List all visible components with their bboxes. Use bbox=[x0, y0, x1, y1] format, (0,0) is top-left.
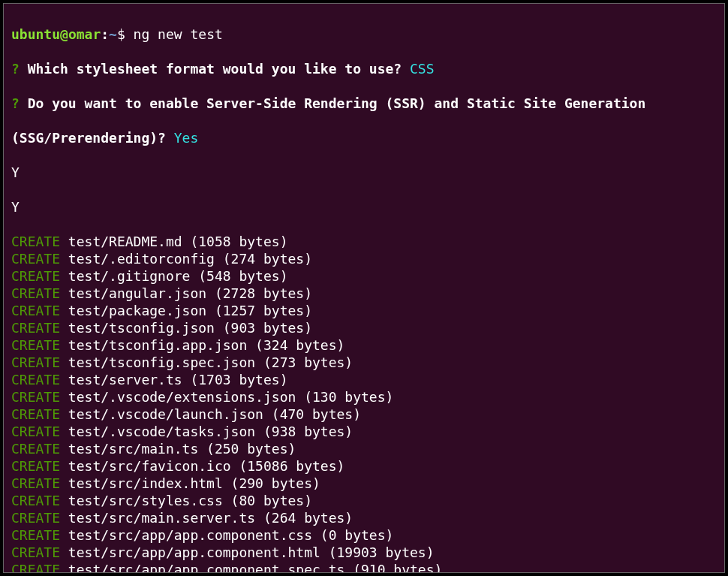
command-text: ng new test bbox=[134, 26, 223, 42]
file-path: test/.vscode/launch.json (470 bytes) bbox=[60, 406, 361, 422]
create-action: CREATE bbox=[11, 268, 60, 284]
create-action: CREATE bbox=[11, 372, 60, 388]
create-action: CREATE bbox=[11, 389, 60, 405]
file-path: test/tsconfig.app.json (324 bytes) bbox=[60, 337, 344, 353]
create-action: CREATE bbox=[11, 475, 60, 491]
create-action: CREATE bbox=[11, 303, 60, 318]
terminal-window[interactable]: ubuntu@omar:~$ ng new test ? Which style… bbox=[3, 3, 725, 573]
confirm-y2: Y bbox=[11, 198, 717, 216]
file-path: test/angular.json (2728 bytes) bbox=[60, 285, 312, 301]
prompt-colon: : bbox=[101, 26, 109, 42]
file-path: test/src/app/app.component.html (19903 b… bbox=[60, 544, 435, 560]
create-file-line: CREATE test/src/styles.css (80 bytes) bbox=[11, 492, 717, 509]
create-action: CREATE bbox=[11, 510, 60, 526]
file-path: test/src/styles.css (80 bytes) bbox=[60, 493, 312, 508]
create-file-line: CREATE test/angular.json (2728 bytes) bbox=[11, 285, 717, 302]
create-action: CREATE bbox=[11, 441, 60, 457]
file-path: test/src/app/app.component.spec.ts (910 … bbox=[60, 562, 442, 573]
question-mark-icon: ? bbox=[11, 61, 28, 77]
question-stylesheet: ? Which stylesheet format would you like… bbox=[11, 60, 717, 77]
file-list: CREATE test/README.md (1058 bytes)CREATE… bbox=[11, 233, 717, 573]
prompt-path: ~ bbox=[109, 26, 117, 42]
question-mark-icon: ? bbox=[11, 95, 28, 111]
create-file-line: CREATE test/.editorconfig (274 bytes) bbox=[11, 250, 717, 267]
create-action: CREATE bbox=[11, 251, 60, 267]
create-action: CREATE bbox=[11, 544, 60, 560]
prompt-host: omar bbox=[68, 26, 101, 42]
create-action: CREATE bbox=[11, 424, 60, 439]
file-path: test/tsconfig.json (903 bytes) bbox=[60, 320, 312, 336]
create-action: CREATE bbox=[11, 493, 60, 508]
file-path: test/tsconfig.spec.json (273 bytes) bbox=[60, 354, 353, 370]
question-ssr-line1: ? Do you want to enable Server-Side Rend… bbox=[11, 95, 717, 112]
file-path: test/src/main.server.ts (264 bytes) bbox=[60, 510, 353, 526]
create-file-line: CREATE test/src/main.server.ts (264 byte… bbox=[11, 509, 717, 526]
create-file-line: CREATE test/README.md (1058 bytes) bbox=[11, 233, 717, 250]
create-file-line: CREATE test/src/favicon.ico (15086 bytes… bbox=[11, 457, 717, 475]
create-action: CREATE bbox=[11, 458, 60, 474]
answer-css: CSS bbox=[410, 61, 435, 77]
create-file-line: CREATE test/src/main.ts (250 bytes) bbox=[11, 440, 717, 457]
create-file-line: CREATE test/tsconfig.json (903 bytes) bbox=[11, 319, 717, 336]
prompt-dollar: $ bbox=[117, 26, 134, 42]
create-file-line: CREATE test/src/app/app.component.css (0… bbox=[11, 526, 717, 544]
create-file-line: CREATE test/tsconfig.app.json (324 bytes… bbox=[11, 336, 717, 354]
file-path: test/.editorconfig (274 bytes) bbox=[60, 251, 312, 267]
answer-yes: Yes bbox=[174, 130, 199, 146]
create-action: CREATE bbox=[11, 354, 60, 370]
question-ssr-line2: (SSG/Prerendering)? Yes bbox=[11, 129, 717, 146]
create-action: CREATE bbox=[11, 527, 60, 543]
file-path: test/.vscode/extensions.json (130 bytes) bbox=[60, 389, 393, 405]
question-text: (SSG/Prerendering)? bbox=[11, 130, 174, 146]
create-file-line: CREATE test/tsconfig.spec.json (273 byte… bbox=[11, 354, 717, 371]
prompt-line: ubuntu@omar:~$ ng new test bbox=[11, 26, 717, 43]
create-action: CREATE bbox=[11, 337, 60, 353]
create-action: CREATE bbox=[11, 406, 60, 422]
create-file-line: CREATE test/src/index.html (290 bytes) bbox=[11, 475, 717, 492]
create-file-line: CREATE test/src/app/app.component.html (… bbox=[11, 544, 717, 561]
create-file-line: CREATE test/package.json (1257 bytes) bbox=[11, 302, 717, 319]
create-file-line: CREATE test/.gitignore (548 bytes) bbox=[11, 267, 717, 285]
question-text: Which stylesheet format would you like t… bbox=[28, 61, 410, 77]
create-file-line: CREATE test/src/app/app.component.spec.t… bbox=[11, 561, 717, 573]
create-action: CREATE bbox=[11, 562, 60, 573]
confirm-y1: Y bbox=[11, 164, 717, 181]
file-path: test/package.json (1257 bytes) bbox=[60, 303, 312, 318]
file-path: test/src/index.html (290 bytes) bbox=[60, 475, 320, 491]
create-file-line: CREATE test/.vscode/tasks.json (938 byte… bbox=[11, 423, 717, 440]
create-action: CREATE bbox=[11, 234, 60, 249]
file-path: test/src/app/app.component.css (0 bytes) bbox=[60, 527, 393, 543]
file-path: test/.vscode/tasks.json (938 bytes) bbox=[60, 424, 353, 439]
file-path: test/server.ts (1703 bytes) bbox=[60, 372, 287, 388]
create-action: CREATE bbox=[11, 320, 60, 336]
create-file-line: CREATE test/server.ts (1703 bytes) bbox=[11, 371, 717, 388]
file-path: test/src/main.ts (250 bytes) bbox=[60, 441, 296, 457]
file-path: test/.gitignore (548 bytes) bbox=[60, 268, 287, 284]
create-file-line: CREATE test/.vscode/launch.json (470 byt… bbox=[11, 406, 717, 423]
create-file-line: CREATE test/.vscode/extensions.json (130… bbox=[11, 388, 717, 406]
file-path: test/src/favicon.ico (15086 bytes) bbox=[60, 458, 344, 474]
prompt-at: @ bbox=[60, 26, 68, 42]
question-text: Do you want to enable Server-Side Render… bbox=[28, 95, 654, 111]
file-path: test/README.md (1058 bytes) bbox=[60, 234, 287, 249]
prompt-user: ubuntu bbox=[11, 26, 60, 42]
create-action: CREATE bbox=[11, 285, 60, 301]
